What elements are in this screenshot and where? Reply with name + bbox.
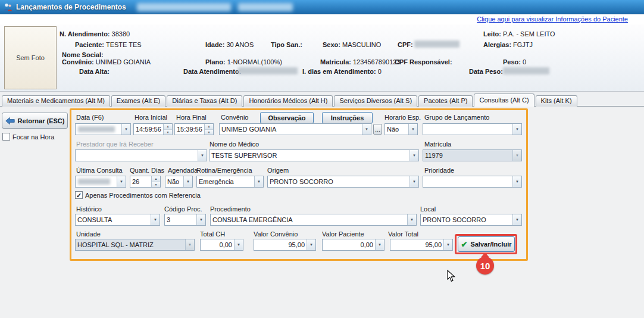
hora-final-label: Hora Final — [176, 114, 207, 121]
quant-dias-spinner[interactable]: 26 ▲▼ — [130, 176, 161, 188]
salvar-incluir-button[interactable]: ✔ Salvar/Incluir — [458, 236, 515, 252]
matricula-label: Matricula: — [320, 58, 351, 66]
valor-total-select[interactable]: 95,00 ▼ — [390, 239, 453, 251]
chevron-down-icon[interactable]: ▼ — [375, 239, 384, 250]
focar-na-hora-checkbox[interactable] — [2, 133, 10, 141]
codigo-proc-select[interactable]: 3 ▼ — [164, 214, 206, 226]
chevron-down-icon[interactable]: ▼ — [409, 150, 418, 161]
photo-placeholder-label: Sem Foto — [16, 54, 45, 61]
atendimento-field: N. Atendimento:38380 — [60, 30, 130, 38]
procedimento-select[interactable]: CONSULTA EMERGÊNCIA ▼ — [210, 214, 417, 226]
spinner-up-down-icons[interactable]: ▲▼ — [163, 124, 172, 135]
tab-exames[interactable]: Exames (Alt E) — [111, 95, 165, 107]
matricula-value: 1234567890123 — [353, 58, 401, 66]
chevron-down-icon[interactable]: ▼ — [183, 176, 192, 187]
valor-paciente-label: Valor Paciente — [322, 230, 364, 238]
app-icon — [3, 2, 12, 12]
matricula-form-label: Matrícula — [424, 141, 451, 148]
codigo-proc-label: Código Proc. — [164, 205, 202, 213]
referencia-row: ✓ Apenas Procedimentos com Referencia — [75, 191, 201, 199]
tab-servicos-diversos[interactable]: Serviços Diversos (Alt S) — [334, 95, 417, 107]
data-alta-field: Data Alta: — [79, 68, 110, 75]
chevron-down-icon[interactable]: ▼ — [407, 214, 416, 225]
chevron-down-icon[interactable]: ▼ — [362, 124, 371, 135]
rotina-emergencia-label: Rotina/Emergência — [196, 167, 252, 174]
data-alta-label: Data Alta: — [79, 68, 110, 75]
chevron-down-icon[interactable]: ▼ — [408, 124, 417, 135]
tab-pacotes[interactable]: Pacotes (Alt P) — [418, 95, 473, 107]
chevron-down-icon[interactable]: ▼ — [254, 176, 263, 187]
spinner-up-down-icons[interactable]: ▲▼ — [204, 124, 213, 135]
convenio-label: Convênio: — [62, 58, 94, 66]
leito-value: P.A. - SEM LEITO — [503, 30, 555, 38]
horario-esp-select[interactable]: Não ▼ — [384, 123, 418, 135]
chevron-down-icon[interactable]: ▼ — [512, 214, 521, 225]
chevron-down-icon[interactable]: ▼ — [234, 239, 243, 250]
alergias-value: FGJTJ — [513, 41, 533, 48]
cpf-responsavel-field: CPF Responsável: — [395, 58, 452, 66]
prioridade-select[interactable]: ▼ — [423, 176, 522, 188]
chevron-down-icon[interactable]: ▼ — [512, 124, 521, 135]
prestador-select[interactable]: ▼ — [75, 149, 207, 161]
instrucoes-button[interactable]: Instruções — [322, 112, 373, 124]
patient-info-link[interactable]: Clique aqui para visualizar Informações … — [477, 15, 628, 23]
tipo-san-label: Tipo San.: — [271, 41, 302, 48]
chevron-down-icon[interactable]: ▼ — [198, 150, 207, 161]
referencia-checkbox[interactable]: ✓ — [75, 191, 83, 199]
convenio-select[interactable]: UNIMED GOIANIA ▼ — [219, 123, 371, 135]
idade-field: Idade:30 ANOS — [205, 41, 254, 48]
peso-label: Peso: — [503, 58, 521, 66]
chevron-down-icon[interactable]: ▼ — [121, 124, 130, 135]
tab-honorarios-medicos[interactable]: Honorários Médicos (Alt H) — [243, 95, 333, 107]
chevron-down-icon[interactable]: ▼ — [409, 176, 418, 187]
plano-field: Plano:1-NORMAL(100%) — [205, 58, 282, 66]
valor-convenio-select[interactable]: 95,00 ▼ — [254, 239, 316, 251]
chevron-down-icon[interactable]: ▼ — [443, 239, 452, 250]
patient-photo-placeholder: Sem Foto — [4, 26, 57, 89]
tab-consultas[interactable]: Consultas (Alt C) — [474, 93, 534, 107]
valor-paciente-select[interactable]: 0,00 ▼ — [322, 239, 384, 251]
unidade-select: HOSPITAL SQL - MATRIZ ▼ — [75, 239, 195, 251]
paciente-label: Paciente: — [75, 41, 104, 48]
grupo-lancamento-select[interactable]: ▼ — [423, 123, 522, 135]
local-value: PRONTO SOCORRO — [421, 216, 512, 223]
referencia-label: Apenas Procedimentos com Referencia — [85, 192, 201, 199]
nome-social-field: Nome Social: — [62, 51, 104, 58]
observacao-button[interactable]: Observação — [260, 112, 314, 124]
hora-inicial-label: Hora Inicial — [135, 114, 167, 121]
atendimento-label: N. Atendimento: — [60, 30, 110, 38]
chevron-down-icon[interactable]: ▼ — [512, 176, 521, 187]
spinner-up-down-icons[interactable]: ▲▼ — [151, 176, 160, 187]
redacted-data-f6-value — [78, 126, 115, 132]
agendada-select[interactable]: Não ▼ — [165, 176, 193, 188]
hora-inicial-spinner[interactable]: 14:59:56 ▲▼ — [133, 123, 173, 135]
total-ch-select[interactable]: 0,00 ▼ — [200, 239, 243, 251]
origem-value: PRONTO SOCORRO — [268, 178, 409, 185]
convenio-ellipsis-button[interactable]: ... — [373, 124, 382, 135]
redacted-cpf-value — [414, 40, 459, 48]
hora-final-spinner[interactable]: 15:39:56 ▲▼ — [174, 123, 214, 135]
rotina-emergencia-select[interactable]: Emergência ▼ — [196, 176, 264, 188]
retornar-button[interactable]: Retornar (ESC) — [2, 113, 68, 129]
chevron-down-icon[interactable]: ▼ — [117, 176, 126, 187]
prestador-label: Prestador que Irá Receber — [76, 141, 154, 148]
tab-diarias-e-taxas[interactable]: Diárias e Taxas (Alt D) — [167, 95, 242, 107]
origem-select[interactable]: PRONTO SOCORRO ▼ — [267, 176, 419, 188]
chevron-down-icon[interactable]: ▼ — [151, 214, 160, 225]
hora-final-value: 15:39:56 — [175, 126, 204, 133]
tab-kits[interactable]: Kits (Alt K) — [536, 95, 577, 107]
tipo-san-field: Tipo San.: — [271, 41, 302, 48]
historico-select[interactable]: CONSULTA ▼ — [75, 214, 160, 226]
local-select[interactable]: PRONTO SOCORRO ▼ — [420, 214, 522, 226]
peso-field: Peso:0 — [503, 58, 526, 66]
tab-materiais-e-medicamentos[interactable]: Materiais e Medicamentos (Alt M) — [2, 95, 110, 107]
quant-dias-label: Quant. Dias — [130, 167, 164, 174]
app-window: Lançamentos de Procedimentos Clique aqui… — [0, 0, 644, 318]
chevron-down-icon[interactable]: ▼ — [196, 214, 205, 225]
nome-medico-label: Nome do Médico — [210, 141, 259, 148]
chevron-down-icon[interactable]: ▼ — [307, 239, 315, 250]
nome-medico-select[interactable]: TESTE SUPERVISOR ▼ — [209, 149, 419, 161]
origem-label: Origem — [267, 167, 289, 174]
check-icon: ✔ — [461, 241, 468, 248]
peso-value: 0 — [523, 58, 526, 66]
